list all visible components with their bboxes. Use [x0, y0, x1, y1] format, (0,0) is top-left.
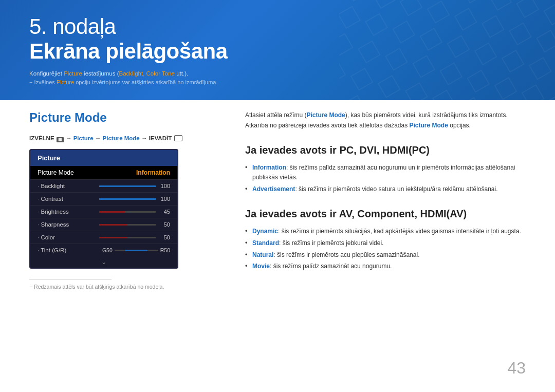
sharpness-label: Sharpness: [38, 221, 69, 228]
section-title: Picture Mode: [29, 110, 219, 125]
brightness-value: 45: [159, 209, 170, 215]
picture-mode-label: Picture Mode: [38, 169, 74, 176]
brightness-label: Brightness: [38, 209, 69, 215]
sharpness-value: 50: [159, 221, 170, 228]
intro-line2-prefix: Atkarībā no pašreizējā ievades avota tie…: [245, 122, 410, 129]
picture-mode-value: Information: [136, 169, 170, 176]
intro-line1-prefix: Atlasiet attēla režīmu (: [245, 111, 306, 119]
sharpness-slider: 50: [99, 221, 170, 228]
color-value: 50: [159, 234, 170, 240]
note-suffix: opciju izvērtojums var atšķirties atkarī…: [74, 79, 217, 85]
backlight-label: Backlight: [38, 183, 65, 189]
information-term: Information: [252, 164, 286, 171]
advertisement-term: Advertisement: [252, 185, 295, 193]
movie-text: : šis režīms palīdz samazināt acu noguru…: [270, 263, 392, 270]
header-content: 5. nodaļa Ekrāna pielāgošana Konfigurēji…: [29, 14, 228, 85]
page-number: 43: [507, 359, 526, 378]
contrast-slider: 100: [99, 196, 170, 202]
color-row: Color 50: [30, 231, 177, 244]
intro-picture-mode-2: Picture Mode: [410, 122, 448, 129]
bullet-advertisement: Advertisement: šis režīms ir piemērots v…: [245, 184, 523, 195]
intro-picture-mode: Picture Mode: [306, 111, 345, 119]
intro-line2-suffix: opcijas.: [448, 122, 471, 129]
header-decoration: [339, 0, 555, 100]
color-slider: 50: [99, 234, 170, 240]
bullet-movie: Movie: šis režīms palīdz samazināt acu n…: [245, 262, 523, 272]
bullet-natural: Natural: šis režīms ir piemērots acu pie…: [245, 250, 523, 260]
tint-right-label: R50: [160, 247, 170, 253]
brightness-row: Brightness 45: [30, 205, 177, 218]
intro-line1-suffix: ), kas būs piemērots videi, kurā izstrād…: [345, 111, 508, 119]
intro-paragraph: Atlasiet attēla režīmu (Picture Mode), k…: [245, 110, 523, 131]
contrast-row: Contrast 100: [30, 192, 177, 205]
chapter-title: Ekrāna pielāgošana: [29, 39, 228, 64]
nav-picture-mode: Picture Mode: [103, 135, 140, 141]
left-column: Picture Mode IZVĒLNE ▦ → Picture → Pictu…: [29, 110, 219, 290]
menu-icon: ▦: [57, 137, 64, 142]
footnote-divider: [29, 279, 112, 279]
note-prefix: − Izvēlnes: [29, 79, 57, 85]
tint-bar: [115, 250, 158, 251]
backlight-value: 100: [159, 183, 170, 189]
contrast-label: Contrast: [38, 196, 63, 202]
dynamic-term: Dynamic: [252, 228, 278, 235]
sharpness-row: Sharpness 50: [30, 218, 177, 231]
menu-chevron: ⌄: [30, 256, 177, 268]
natural-term: Natural: [252, 251, 273, 258]
advertisement-text: : šis režīms ir piemērots video satura u…: [295, 185, 497, 193]
bullet-standard: Standard: šis režīms ir piemērots jebkur…: [245, 238, 523, 249]
desc-highlights: Backlight, Color Tone: [119, 70, 175, 77]
standard-text: : šis režīms ir piemērots jebkurai videi…: [279, 239, 383, 247]
header-section: 5. nodaļa Ekrāna pielāgošana Konfigurēji…: [0, 0, 555, 100]
color-label: Color: [38, 234, 55, 240]
desc-prefix: Konfigurējiet: [29, 70, 64, 77]
av-section-heading: Ja ievades avots ir AV, Component, HDMI(…: [245, 207, 523, 220]
av-bullet-list: Dynamic: šis režīms ir piemērots situāci…: [245, 227, 523, 272]
information-text: : šis režīms palīdz samazināt acu noguru…: [252, 164, 515, 181]
tint-row: Tint (G/R) G50 R50: [30, 244, 177, 256]
backlight-row: Backlight 100: [30, 179, 177, 192]
natural-text: : šis režīms ir piemērots acu piepūles s…: [273, 251, 419, 258]
tv-menu-header: Picture: [30, 150, 177, 166]
desc-middle: iestatījumus (: [82, 70, 119, 77]
standard-term: Standard: [252, 239, 279, 247]
bullet-dynamic: Dynamic: šis režīms ir piemērots situāci…: [245, 227, 523, 237]
footnote: − Redzamais attēls var būt atšķirīgs atk…: [29, 284, 219, 290]
tint-label: Tint (G/R): [38, 247, 66, 253]
svg-rect-1: [339, 0, 555, 100]
nav-picture: Picture: [73, 135, 94, 141]
pc-section-heading: Ja ievades avots ir PC, DVI, HDMI(PC): [245, 143, 523, 157]
pc-bullet-list: Information: šis režīms palīdz samazināt…: [245, 163, 523, 195]
chapter-number: 5. nodaļa: [29, 14, 228, 39]
navigation-path: IZVĒLNE ▦ → Picture → Picture Mode → IEV…: [29, 134, 219, 142]
tv-menu-mockup: Picture Picture Mode Information Backlig…: [29, 149, 178, 269]
desc-suffix: utt.).: [175, 70, 188, 77]
tv-menu-selected-row: Picture Mode Information: [30, 166, 177, 179]
header-note: − Izvēlnes Picture opciju izvērtojums va…: [29, 79, 228, 85]
bullet-information: Information: šis režīms palīdz samazināt…: [245, 163, 523, 183]
note-picture: Picture: [57, 79, 74, 85]
tint-slider-container: G50 R50: [102, 247, 170, 253]
enter-icon: [174, 135, 182, 141]
dynamic-text: : šis režīms ir piemērots situācijās, ka…: [278, 228, 521, 235]
header-description: Konfigurējiet Picture iestatījumus (Back…: [29, 70, 228, 77]
movie-term: Movie: [252, 263, 270, 270]
backlight-slider: 100: [99, 183, 170, 189]
brightness-slider: 45: [99, 209, 170, 215]
desc-picture-highlight: Picture: [64, 70, 82, 77]
contrast-value: 100: [159, 196, 170, 202]
right-column: Atlasiet attēla režīmu (Picture Mode), k…: [245, 110, 523, 284]
tint-left-label: G50: [102, 247, 113, 253]
